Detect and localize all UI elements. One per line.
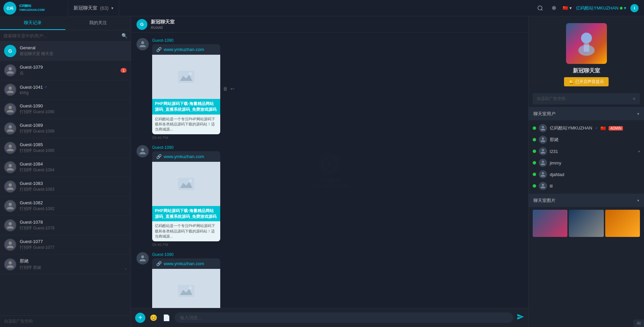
user-avatar (4, 239, 16, 251)
user-avatar (4, 258, 16, 271)
send-btn[interactable] (517, 313, 524, 322)
chat-item[interactable]: Guest-1077 打招呼 Guest-1077 (0, 235, 131, 255)
logo-icon: 亿码 (3, 2, 16, 15)
sidebar: 聊天记录 我的关注 🔍 G General 新冠聊天室 聊天室 Guest-10… (0, 16, 131, 327)
message-input[interactable] (175, 312, 513, 323)
card-image (152, 269, 220, 308)
delete-msg-btn[interactable]: 🗑 (223, 86, 228, 91)
user-avatar-sm (539, 170, 547, 178)
message-bubble: 🔗 www.ymkuzhan.com PHP网站源码下载-海量精品网站源码_直播… (152, 151, 220, 241)
chat-info: Guest-1084 打招呼 Guest-1084 (20, 161, 127, 173)
chat-item[interactable]: Guest-1084 打招呼 Guest-1084 (0, 158, 131, 177)
chat-item[interactable]: G General 新冠聊天室 聊天室 (0, 41, 131, 61)
chat-name: Guest-1041♂ (20, 85, 127, 90)
tab-my-follows[interactable]: 我的关注 (65, 16, 131, 30)
username-label: jimmy (550, 160, 561, 166)
room-profile: 新冠聊天室 🔔 已开启声音提示 (529, 16, 644, 90)
user-avatar-sm (539, 182, 547, 190)
user-list-item[interactable]: lll (533, 180, 640, 192)
svg-point-8 (189, 72, 192, 75)
chat-item[interactable]: Guest-1083 打招呼 Guest-1083 (0, 177, 131, 196)
svg-rect-9 (178, 178, 194, 190)
chat-item[interactable]: Guest-1082 打招呼 Guest-1082 (0, 196, 131, 216)
emoji-btn[interactable]: 😊 (149, 313, 158, 323)
logo-area: 亿码 亿码酷站 YMKUZHAN.COM (0, 0, 68, 16)
photos-chevron-icon: ▾ (637, 198, 639, 203)
info-icon[interactable]: i (630, 4, 639, 12)
message-sender: Guest-1090 (152, 145, 220, 150)
chat-info: Guest-1079 在 (20, 65, 117, 76)
chat-list: G General 新冠聊天室 聊天室 Guest-1079 在 1 Guest… (0, 41, 131, 315)
photos-section-title: 聊天室图片 (533, 197, 556, 204)
chat-name: Guest-1078 (20, 220, 127, 225)
chat-info: Guest-1041♂ khhg (20, 85, 127, 95)
card-image (152, 55, 220, 99)
chat-name: Guest-1077 (20, 239, 127, 244)
user-list-item[interactable]: 亿码酷站YMKUZHAN ♂ 🇨🇳 ADMIN (533, 122, 640, 134)
user-avatar (4, 64, 16, 76)
card-title: PHP网站源码下载-海量精品网站源码_直播系统源码_免费游戏源码 (152, 206, 220, 222)
message-link[interactable]: 🔗 www.ymkuzhan.com (152, 44, 220, 55)
users-section-title: 聊天室用户 (533, 111, 556, 117)
snowflake-icon[interactable]: ❄ (549, 3, 559, 13)
user-chevron-icon: ▾ (624, 5, 626, 11)
message-row: Guest-1090 🔗 www.ymkuzhan.com PHP网站源码下载-… (136, 38, 523, 140)
chat-info: Guest-1077 打招呼 Guest-1077 (20, 239, 127, 251)
search-input[interactable] (3, 33, 119, 38)
chat-header-info: 新冠聊天室 #covid (151, 19, 175, 30)
user-list-item[interactable]: 那姥 (533, 134, 640, 145)
user-avatar-sm (539, 124, 547, 132)
photo-thumb-3[interactable] (605, 210, 640, 237)
photo-thumb-2[interactable] (569, 210, 603, 237)
chat-info: Guest-1083 打招呼 Guest-1083 (20, 181, 127, 192)
chat-name: 那姥 (20, 258, 127, 264)
notify-btn[interactable]: 🔔 已开启声音提示 (564, 77, 609, 86)
chat-item[interactable]: 那姥 打招呼 那姥 (0, 255, 131, 274)
room-avatar-large (566, 23, 607, 64)
chat-item[interactable]: Guest-1085 打招呼 Guest-1085 (0, 138, 131, 158)
message-time: 09:46 PM (152, 136, 220, 140)
add-btn[interactable]: + (135, 313, 145, 323)
chat-room-name: 新冠聊天室 (151, 19, 175, 25)
chat-name: Guest-1090 (20, 103, 127, 108)
link-url: www.ymkuzhan.com (164, 47, 204, 52)
topbar-username[interactable]: 亿码酷站YMKUZHAN ▾ (576, 5, 626, 11)
photos-section-header[interactable]: 聊天室图片 ▾ (529, 194, 644, 207)
room-chevron-icon[interactable]: ▾ (111, 6, 113, 11)
activity-dot (638, 151, 640, 152)
chat-name: Guest-1082 (20, 200, 127, 205)
user-list-item[interactable]: jimmy (533, 157, 640, 169)
chat-item[interactable]: Guest-1078 打招呼 Guest-1078 (0, 216, 131, 235)
users-section-header[interactable]: 聊天室用户 ▾ (529, 107, 644, 120)
chat-item[interactable]: Guest-1090 打招呼 Guest-1090 (0, 100, 131, 119)
svg-rect-6 (178, 71, 194, 83)
user-list-item[interactable]: djafdad (533, 169, 640, 180)
user-status-dot (533, 161, 536, 165)
chat-room-tag: #covid (151, 25, 175, 30)
file-btn[interactable]: 📄 (162, 313, 171, 323)
close-ad-btn[interactable]: ✕ (632, 97, 636, 101)
reply-msg-btn[interactable]: ↩ (230, 86, 235, 91)
chat-item[interactable]: Guest-1079 在 1 (0, 61, 131, 80)
unread-badge: 1 (120, 68, 127, 73)
message-card: PHP网站源码下载-海量精品网站源码_直播系统源码_免费游戏源码 亿码酷站是一个… (152, 269, 220, 308)
chat-input-bar: + 😊 📄 (131, 308, 528, 327)
chat-preview: 打招呼 Guest-1084 (20, 167, 127, 173)
tab-chat-history[interactable]: 聊天记录 (0, 16, 65, 30)
username-label: 亿码酷站YMKUZHAN (550, 125, 592, 131)
user-list-item[interactable]: l231 (533, 145, 640, 157)
chat-info: 那姥 打招呼 那姥 (20, 258, 127, 271)
message-link[interactable]: 🔗 www.ymkuzhan.com (152, 258, 220, 269)
photo-thumb-1[interactable] (533, 210, 567, 237)
message-link[interactable]: 🔗 www.ymkuzhan.com (152, 151, 220, 162)
sidebar-ad: 自适应广告空间 (0, 315, 131, 327)
room-selector[interactable]: 新冠聊天室 (63) ▾ (68, 0, 119, 16)
search-icon-btn[interactable]: 🔍 (122, 33, 127, 38)
user-status-dot (533, 184, 536, 188)
chat-item[interactable]: Guest-1041♂ khhg (0, 80, 131, 100)
main-layout: 聊天记录 我的关注 🔍 G General 新冠聊天室 聊天室 Guest-10… (0, 16, 644, 327)
search-icon[interactable] (535, 3, 545, 13)
chat-item[interactable]: Guest-1089 打招呼 Guest-1089 (0, 119, 131, 138)
link-url: www.ymkuzhan.com (164, 154, 204, 159)
flag-lang[interactable]: 🇨🇳 ▾ (563, 5, 572, 11)
